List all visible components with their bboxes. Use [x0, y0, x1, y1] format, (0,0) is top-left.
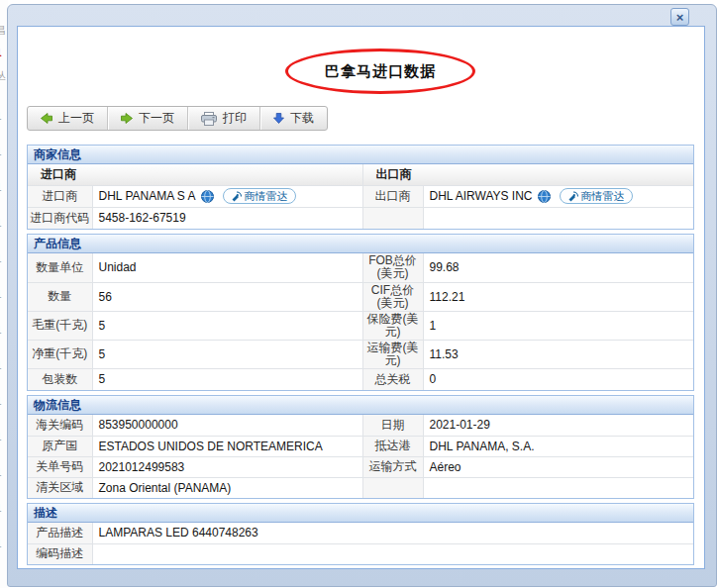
exporter-name: DHL AIRWAYS INC [430, 189, 533, 203]
bg-row-number: 1 [0, 147, 2, 157]
field-value: Zona Oriental (PANAMA) [92, 477, 362, 498]
importer-name: DHL PANAMA S A [99, 189, 196, 203]
bg-row-number: 1 [0, 539, 2, 549]
table-row: 包装数 5 总关税 0 [28, 368, 693, 390]
field-label: 编码描述 [28, 543, 92, 564]
bg-row-number: 1 [0, 467, 2, 478]
radar-label: 商情雷达 [581, 189, 625, 204]
field-value: DHL PANAMA, S.A. [423, 436, 693, 456]
field-value: Aéreo [423, 456, 693, 477]
download-button[interactable]: 下载 [260, 107, 327, 130]
field-label: 清关区域 [28, 477, 92, 498]
next-page-button[interactable]: 下一页 [108, 107, 188, 130]
product-description-value: LAMPARAS LED 6440748263 [92, 523, 693, 543]
bg-row-number: 1 [0, 360, 2, 371]
dialog-titlebar[interactable]: × [8, 5, 716, 26]
field-label: 抵达港 [362, 436, 423, 456]
table-row: 编码描述 [28, 543, 693, 564]
bg-row-number: 1 [0, 289, 2, 300]
exporter-value-cell: DHL AIRWAYS INC [423, 185, 693, 207]
close-button[interactable]: × [670, 8, 689, 26]
field-label: 关单号码 [28, 456, 92, 477]
field-label: 运输方式 [362, 456, 423, 477]
prev-page-button[interactable]: 上一页 [28, 107, 108, 130]
exporter-group-header: 出口商 [362, 164, 693, 185]
field-value: 112.21 [423, 282, 693, 311]
bg-fragment: 丛 [0, 69, 6, 83]
field-label: 净重(千克) [28, 340, 92, 368]
page-title: 巴拿马进口数据 [325, 62, 436, 81]
bg-row-number: 1 [0, 218, 2, 229]
field-label: 保险费(美元) [362, 311, 423, 340]
field-value: 853950000000 [92, 415, 362, 436]
detail-sections: 商家信息 进口商 出口商 进口商 DHL PANAMA S A [27, 145, 694, 569]
table-row: 进口商代码 5458-162-67519 [28, 207, 693, 229]
section-merchant: 商家信息 进口商 出口商 进口商 DHL PANAMA S A [27, 145, 694, 230]
field-value: ESTADOS UNIDOS DE NORTEAMERICA [92, 436, 362, 456]
field-label: 海关编码 [28, 415, 92, 436]
field-value: 0 [423, 368, 693, 390]
arrow-down-icon [273, 113, 284, 124]
radar-label: 商情雷达 [245, 189, 288, 204]
field-value: 99.68 [423, 253, 693, 282]
section-header-product: 产品信息 [28, 235, 693, 253]
field-label: 数量单位 [28, 253, 92, 282]
code-description-value [92, 543, 693, 564]
dialog-content: 巴拿马进口数据 上一页 下一页 [17, 26, 705, 569]
empty-value-cell [423, 477, 693, 498]
table-row: 数量单位 Unidad FOB总价(美元) 99.68 [28, 253, 693, 282]
business-radar-badge[interactable]: 商情雷达 [223, 188, 296, 204]
field-label: FOB总价(美元) [362, 253, 423, 282]
bg-row-number: 1 [0, 182, 2, 193]
globe-icon[interactable] [538, 190, 551, 203]
bg-row-number: 1 [0, 111, 2, 122]
table-row: 关单号码 2021012499583 运输方式 Aéreo [28, 456, 693, 477]
field-value: 5 [92, 368, 362, 390]
close-icon: × [676, 11, 684, 24]
field-value: 56 [92, 282, 362, 311]
radar-icon [231, 191, 242, 202]
modal-dialog: × 巴拿马进口数据 上一页 下一页 [7, 4, 717, 587]
table-row: 原产国 ESTADOS UNIDOS DE NORTEAMERICA 抵达港 D… [28, 436, 693, 456]
arrow-right-icon [121, 113, 133, 124]
field-label: 进口商 [28, 185, 92, 207]
bg-fragment: 昌 [0, 24, 6, 38]
importer-value-cell: DHL PANAMA S A [92, 185, 362, 207]
table-row: 产品描述 LAMPARAS LED 6440748263 [28, 523, 693, 543]
printer-icon [201, 112, 217, 126]
field-label: 毛重(千克) [28, 311, 92, 340]
field-value: 2021012499583 [92, 456, 362, 477]
bg-row-number: 1 [0, 503, 2, 514]
section-header-logistics: 物流信息 [28, 396, 693, 415]
table-row: 毛重(千克) 5 保险费(美元) 1 [28, 311, 693, 340]
field-label: 包装数 [28, 368, 92, 390]
product-table: 数量单位 Unidad FOB总价(美元) 99.68 数量 56 CIF总价(… [28, 253, 693, 390]
merchant-table: 进口商 出口商 进口商 DHL PANAMA S A [28, 164, 693, 229]
radar-icon [567, 191, 578, 202]
field-label: 原产国 [28, 436, 92, 456]
field-value: 2021-01-29 [423, 415, 693, 436]
section-header-description: 描述 [28, 504, 693, 523]
field-label: 出口商 [362, 185, 423, 207]
globe-icon[interactable] [201, 190, 214, 203]
importer-group-header: 进口商 [28, 164, 362, 185]
bg-row-number: 1 [0, 325, 2, 336]
section-logistics: 物流信息 海关编码 853950000000 日期 2021-01-29 原产国… [27, 395, 694, 499]
importer-code-value: 5458-162-67519 [92, 207, 362, 229]
field-value: 5 [92, 311, 362, 340]
field-value: 5 [92, 340, 362, 368]
table-row: 清关区域 Zona Oriental (PANAMA) [28, 477, 693, 498]
empty-label-cell [362, 207, 423, 229]
bg-fragment: 1 [0, 48, 2, 58]
description-table: 产品描述 LAMPARAS LED 6440748263 编码描述 [28, 523, 693, 564]
empty-value-cell [423, 207, 693, 229]
bg-row-number: 1 [0, 432, 2, 442]
bg-row-number: 1 [0, 253, 2, 264]
toolbar: 上一页 下一页 打印 下载 [27, 106, 328, 131]
section-header-merchant: 商家信息 [28, 146, 693, 164]
field-label: 产品描述 [28, 523, 92, 543]
print-button[interactable]: 打印 [188, 107, 260, 130]
field-value: Unidad [92, 253, 362, 282]
table-row: 净重(千克) 5 运输费(美元) 11.53 [28, 340, 693, 368]
business-radar-badge[interactable]: 商情雷达 [560, 188, 633, 204]
